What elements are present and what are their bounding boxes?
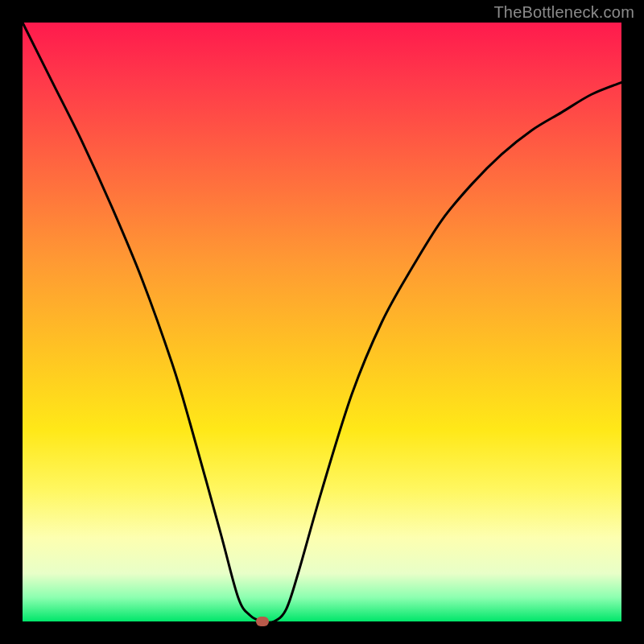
plot-area (23, 23, 621, 621)
watermark-text: TheBottleneck.com (493, 3, 634, 22)
bottleneck-curve (23, 23, 621, 621)
chart-frame: TheBottleneck.com (0, 0, 644, 644)
optimal-point-marker (256, 617, 269, 626)
